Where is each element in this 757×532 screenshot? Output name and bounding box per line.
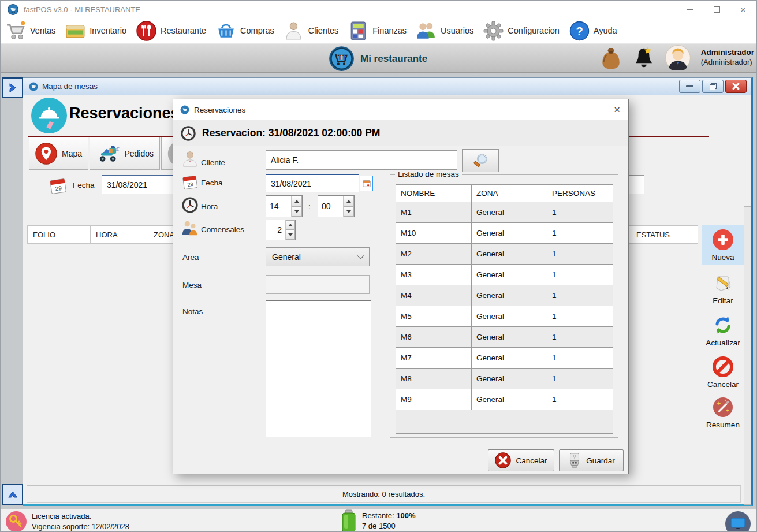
tab-mapa[interactable]: Mapa: [29, 137, 88, 170]
comensales-down-button[interactable]: [286, 230, 295, 240]
mesas-groupbox: Listado de mesas NOMBRE ZONA PERSONAS M1…: [390, 174, 618, 438]
toolbar-finanzas-label: Finanzas: [372, 26, 407, 35]
area-select[interactable]: General: [266, 247, 370, 266]
search-input-fragment[interactable]: [627, 175, 644, 194]
mdi-titlebar: Mapa de mesas: [23, 78, 751, 95]
maximize-button[interactable]: [703, 1, 730, 18]
cell-zona: General: [472, 369, 547, 389]
battery-label: Restante:: [362, 511, 394, 520]
table-row[interactable]: M6General1: [396, 327, 613, 348]
hora-mm-up-button[interactable]: [344, 196, 354, 206]
table-row[interactable]: M9General1: [396, 389, 613, 410]
hora-label: Hora: [201, 202, 218, 211]
dialog-cancel-label: Cancelar: [516, 456, 547, 465]
action-actualizar-button[interactable]: Actualizar: [702, 311, 744, 349]
action-resumen-button[interactable]: Resumen: [702, 393, 744, 431]
toolbar-usuarios[interactable]: Usuarios: [416, 20, 473, 42]
cell-zona: General: [472, 202, 547, 223]
action-nueva-button[interactable]: Nueva: [702, 225, 744, 265]
close-button[interactable]: ×: [730, 1, 756, 18]
magic-wand-icon: [712, 396, 734, 418]
dialog-close-icon[interactable]: ×: [614, 104, 620, 115]
action-cancelar-button[interactable]: Cancelar: [702, 352, 744, 390]
table-row[interactable]: M2General1: [396, 244, 613, 265]
mesa-input[interactable]: [266, 275, 370, 294]
dialog-cancel-button[interactable]: Cancelar: [488, 449, 554, 471]
comensales-up-button[interactable]: [286, 220, 295, 230]
app-logo-icon: [180, 105, 189, 114]
mesas-table[interactable]: NOMBRE ZONA PERSONAS M1General1 M10Gener…: [396, 184, 613, 434]
cliente-icon: [181, 150, 199, 168]
minimize-button[interactable]: [677, 1, 703, 18]
reservation-dialog: Reservaciones × Reservacion: 31/08/2021 …: [173, 99, 629, 474]
license-key-icon: [5, 511, 27, 532]
hora-mm-spinner[interactable]: 00: [318, 195, 355, 217]
cell-nombre: M6: [396, 327, 472, 348]
cell-zona: General: [472, 389, 547, 410]
avatar[interactable]: [665, 45, 691, 70]
table-row[interactable]: M3General1: [396, 265, 613, 285]
remote-support-button[interactable]: [725, 511, 751, 532]
dialog-heading-strip: Reservacion: 31/08/2021 02:00:00 PM: [173, 120, 628, 146]
col-hora[interactable]: HORA: [90, 225, 148, 244]
area-selected-value: General: [272, 252, 301, 262]
hora-mm-down-button[interactable]: [344, 206, 354, 217]
toolbar-restaurante[interactable]: Restaurante: [136, 20, 206, 42]
mdi-minimize-button[interactable]: [679, 80, 700, 93]
moneybag-icon[interactable]: [599, 45, 622, 70]
table-row[interactable]: M8General1: [396, 369, 613, 389]
toolbar-configuracion-label: Configuracion: [508, 26, 559, 35]
cliente-input[interactable]: Alicia F.: [266, 150, 457, 170]
cell-nombre: M1: [396, 202, 472, 223]
mdi-restore-button[interactable]: [702, 80, 724, 93]
mesas-col-personas[interactable]: PERSONAS: [547, 185, 613, 202]
svg-text:29: 29: [55, 185, 62, 192]
table-row[interactable]: M1General1: [396, 202, 613, 223]
notas-textarea[interactable]: [266, 300, 371, 437]
col-estatus[interactable]: ESTATUS: [631, 225, 698, 244]
cell-personas: 1: [547, 223, 613, 244]
toolbar-clientes[interactable]: Clientes: [284, 20, 338, 42]
fecha-picker-button[interactable]: [360, 176, 373, 191]
table-row[interactable]: M4General1: [396, 285, 613, 306]
hora-hh-spinner[interactable]: 14: [266, 195, 303, 217]
hora-clock-icon: [181, 196, 199, 214]
toolbar-ayuda[interactable]: ? Ayuda: [569, 20, 617, 42]
comensales-value[interactable]: 2: [266, 220, 285, 240]
toolbar-inventario[interactable]: Inventario: [65, 20, 126, 42]
toolbar-compras[interactable]: Compras: [215, 20, 274, 42]
inventory-box-icon: [65, 20, 86, 42]
hora-hh-up-button[interactable]: [292, 196, 302, 206]
dialog-save-button[interactable]: Guardar: [559, 449, 624, 471]
vertical-scrollbar[interactable]: [744, 206, 751, 505]
mesas-col-nombre[interactable]: NOMBRE: [396, 185, 472, 202]
toolbar-configuracion[interactable]: Configuracion: [483, 20, 559, 42]
cell-personas: 1: [547, 202, 613, 223]
tab-pedidos[interactable]: Pedidos: [90, 137, 160, 170]
cell-zona: General: [472, 223, 547, 244]
mesas-col-zona[interactable]: ZONA: [472, 185, 547, 202]
table-row[interactable]: M5General1: [396, 306, 613, 327]
action-editar-button[interactable]: Editar: [702, 269, 744, 308]
collapse-bottom-button[interactable]: [2, 484, 23, 505]
comensales-spinner[interactable]: 2: [266, 220, 296, 240]
hora-separator: :: [308, 202, 311, 211]
hora-hh-down-button[interactable]: [292, 206, 302, 217]
table-row[interactable]: M10General1: [396, 223, 613, 244]
comensales-label: Comensales: [201, 225, 244, 234]
notifications-bell-icon[interactable]: [633, 46, 655, 70]
mdi-close-button[interactable]: [725, 80, 747, 93]
calendar-icon: 29: [49, 176, 68, 195]
hora-mm-value[interactable]: 00: [318, 196, 343, 217]
toolbar-finanzas[interactable]: Finanzas: [348, 20, 407, 42]
license-expiry: Vigencia soporte: 12/02/2028: [32, 522, 129, 532]
expand-panel-button[interactable]: [2, 77, 23, 98]
cliente-search-button[interactable]: [462, 149, 499, 172]
toolbar-ventas[interactable]: Ventas: [5, 20, 55, 42]
fecha-input[interactable]: 31/08/2021: [266, 174, 359, 192]
calendar-small-icon: [363, 180, 371, 188]
reservations-cloche-icon: [31, 97, 68, 134]
hora-hh-value[interactable]: 14: [266, 196, 291, 217]
table-row[interactable]: M7General1: [396, 348, 613, 369]
col-folio[interactable]: FOLIO: [27, 225, 91, 244]
